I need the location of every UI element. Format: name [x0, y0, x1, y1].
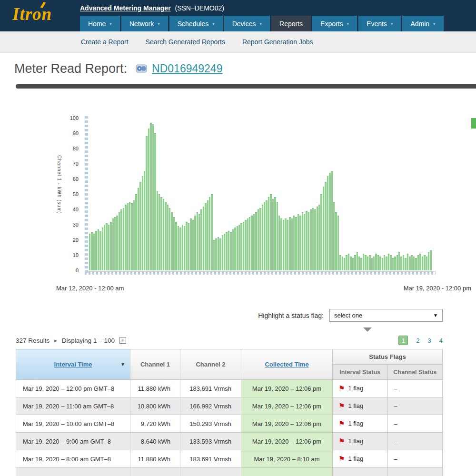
chart-bar [283, 220, 284, 270]
chart-bar [135, 194, 137, 270]
chart-bar [367, 257, 368, 270]
chart-bar [224, 234, 225, 270]
cell-channel-2: 150.293 Vrmsh [180, 415, 241, 433]
cell-interval-status [333, 468, 388, 476]
collected-time-sort-link[interactable]: Collected Time [265, 361, 308, 368]
chart-bar [125, 205, 126, 270]
nav-item-home[interactable]: Home▾ [80, 16, 120, 31]
chart-scroll-handle[interactable] [471, 118, 476, 129]
column-channel-status: Channel Status [387, 365, 443, 380]
nav-item-admin[interactable]: Admin▾ [402, 16, 443, 31]
chart-bar [123, 208, 124, 270]
chart-bar [114, 217, 116, 270]
chevron-down-icon: ▾ [391, 21, 393, 26]
column-interval-time[interactable]: Interval Time ▼ [16, 349, 130, 380]
chart-bar [95, 231, 97, 270]
x-axis-line [85, 271, 436, 275]
chart-plot [89, 118, 432, 270]
flag-filter-select[interactable]: select one ▼ [329, 309, 443, 322]
collapse-triangle-icon[interactable] [363, 327, 372, 332]
chart-bar [397, 255, 398, 270]
y-tick-label: 90 [73, 130, 79, 137]
column-group-status-flags: Status Flags [333, 349, 443, 365]
x-axis-labels: Mar 12, 2020 - 12:00 am Mar 19, 2020 - 1… [56, 285, 471, 292]
chart-bar [171, 212, 172, 270]
cell-interval-time: Mar 19, 2020 – 10:00 am GMT–8 [16, 415, 130, 433]
meter-id-link[interactable]: ND016949249 [152, 62, 222, 75]
nav-item-schedules[interactable]: Schedules▾ [169, 16, 223, 31]
chart-bars [89, 118, 432, 270]
subnav-search-generated-reports[interactable]: Search Generated Reports [146, 38, 225, 46]
expand-table-icon[interactable]: + [119, 337, 126, 344]
results-arrow-icon: ▸ [54, 337, 57, 344]
subnav-report-generation-jobs[interactable]: Report Generation Jobs [242, 38, 313, 46]
report-table-head: Interval Time ▼ Channel 1 Channel 2 Coll… [16, 349, 443, 380]
interval-time-sort-link[interactable]: Interval Time [54, 361, 92, 368]
collapsed-panel-strip[interactable] [16, 84, 476, 89]
cell-channel-status: – [387, 380, 443, 397]
page-link-1[interactable]: 1 [398, 336, 408, 345]
chart-bar [175, 222, 177, 270]
chart-bar [295, 217, 297, 270]
nav-item-exports[interactable]: Exports▾ [312, 16, 357, 31]
table-row: Mar 19, 2020 – 9:00 am GMT–88.640 kWh133… [16, 433, 443, 450]
chart-bar [430, 250, 431, 270]
chevron-down-icon: ▾ [260, 21, 262, 26]
chart-bar [178, 226, 179, 270]
column-interval-status: Interval Status [333, 365, 388, 380]
subnav-create-report[interactable]: Create a Report [81, 38, 129, 46]
chart-bar [310, 209, 311, 270]
chart-bar [205, 203, 206, 270]
app-title-link[interactable]: Advanced Metering Manager [80, 4, 171, 12]
chart-bar [131, 203, 132, 270]
cell-interval-time: Mar 19, 2020 – 9:00 am GMT–8 [16, 433, 130, 450]
results-bar: 327 Results ▸ Displaying 1 – 100 + 1234 [16, 336, 443, 345]
chart-bar [203, 207, 204, 270]
column-collected-time[interactable]: Collected Time [241, 349, 333, 380]
chart-bar [360, 258, 362, 270]
column-channel-2: Channel 2 [180, 349, 241, 380]
page-link-3[interactable]: 3 [428, 337, 431, 344]
cell-interval-time: Mar 19, 2020 – 8:00 am GMT–8 [16, 450, 130, 468]
chart-bar [160, 197, 162, 270]
chart-bar [272, 199, 274, 270]
cell-collected-time: Mar 19, 2020 – 12:06 pm [241, 380, 333, 397]
chart-bar [251, 216, 252, 270]
red-flag-icon: ⚑ [338, 455, 345, 463]
y-tick-label: 70 [73, 160, 79, 167]
chart-bar [291, 218, 293, 270]
nav-item-devices[interactable]: Devices▾ [224, 16, 270, 31]
chart-bar [120, 209, 122, 270]
page-link-2[interactable]: 2 [416, 337, 419, 344]
chart-bar [365, 255, 366, 270]
chevron-down-icon: ▾ [347, 21, 349, 26]
nav-item-reports[interactable]: Reports [271, 16, 311, 31]
chart-bar [245, 220, 246, 270]
chart-bar [335, 212, 337, 270]
chart-bar [377, 255, 379, 270]
chart-bar [390, 255, 391, 270]
chart-bar [289, 217, 290, 270]
y-tick-label: 50 [73, 191, 79, 198]
flag-filter-label: Highlight a status flag: [258, 312, 324, 319]
app-title-suffix: (SSN–DEMO02) [175, 4, 224, 12]
chart-bar [133, 200, 135, 270]
chart-bar [274, 197, 276, 270]
chart-bar [127, 203, 129, 270]
chart-bar [154, 133, 156, 270]
chart-bar [339, 255, 341, 270]
page-link-4[interactable]: 4 [439, 337, 443, 344]
chart-bar [363, 254, 364, 270]
cell-collected-time: Mar 19, 2020 – 12:06 pm [241, 433, 333, 450]
itron-logo[interactable]: Itron [12, 4, 52, 24]
chart-bar [209, 197, 210, 270]
flag-filter-row: Highlight a status flag: select one ▼ [0, 309, 443, 322]
chart-bar [98, 229, 99, 270]
chart-bar [400, 257, 402, 270]
chart-bar [413, 257, 415, 270]
nav-item-events[interactable]: Events▾ [358, 16, 401, 31]
cell-interval-time: Mar 19, 2020 – 12:00 pm GMT–8 [16, 380, 130, 397]
nav-item-network[interactable]: Network▾ [121, 16, 168, 31]
chart-bar [247, 218, 248, 270]
chart-bar [222, 235, 223, 270]
